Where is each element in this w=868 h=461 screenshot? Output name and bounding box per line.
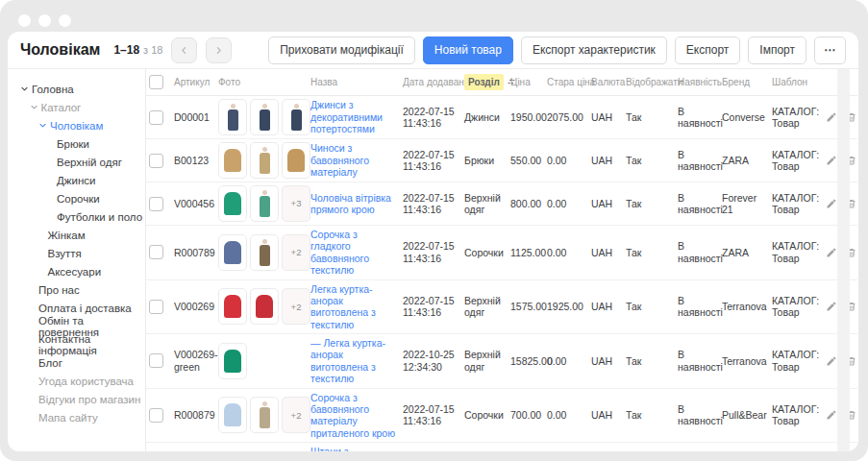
edit-button[interactable] [826, 355, 837, 367]
product-thumbnail[interactable] [218, 343, 247, 379]
sidebar-item-чоловікам[interactable]: Чоловікам [8, 116, 145, 134]
sidebar-item-каталог[interactable]: Каталог [8, 98, 145, 116]
more-photos-badge[interactable]: +2 [282, 397, 310, 433]
product-name-link[interactable]: Джинси з декоративними потертостями [310, 99, 383, 134]
select-cell [146, 443, 171, 452]
product-thumbnail[interactable] [218, 99, 247, 135]
product-thumbnail[interactable] [250, 185, 279, 222]
sidebar-item-верхній-одяг[interactable]: Верхній одяг [8, 153, 145, 171]
product-thumbnail[interactable] [218, 234, 247, 271]
sidebar-item-контактна-інформація[interactable]: Контактна інформація [8, 335, 145, 353]
row-checkbox[interactable] [149, 408, 163, 423]
row-checkbox[interactable] [149, 245, 163, 259]
sidebar-item-брюки[interactable]: Брюки [8, 134, 145, 153]
more-photos-badge[interactable]: +2 [282, 288, 310, 325]
garment-photo [224, 149, 241, 172]
sidebar-item-аксесуари[interactable]: Аксесуари [8, 262, 145, 280]
product-thumbnail[interactable] [250, 397, 279, 433]
row-checkbox[interactable] [149, 154, 163, 168]
template-cell: КАТАЛОГ: Товар [769, 388, 823, 443]
brand-cell: Terranova [719, 279, 769, 334]
product-thumbnail[interactable] [282, 99, 310, 135]
sidebar-item-label: Сорочки [57, 193, 100, 205]
prev-page-button[interactable] [171, 37, 197, 63]
column-header-section[interactable]: Роздiл [461, 69, 508, 96]
column-header-currency[interactable]: Валюта [588, 69, 623, 96]
export-button[interactable]: Експорт [675, 36, 740, 64]
product-thumbnail[interactable] [250, 142, 279, 179]
price-cell: 1575.00 [508, 279, 544, 334]
template-cell: КАТАЛОГ: Товар [769, 334, 823, 389]
column-header-brand[interactable]: Бренд [719, 69, 769, 96]
column-header-article[interactable]: Артикул [171, 69, 215, 96]
column-header-old_price[interactable]: Стара ціна [544, 69, 588, 96]
product-name-link[interactable]: Сорочка з бавовняного матеріалу притален… [310, 392, 395, 439]
column-header-name[interactable]: Назва [308, 69, 400, 96]
product-thumbnail[interactable] [218, 185, 247, 222]
window-close-button[interactable] [18, 14, 31, 27]
next-page-button[interactable] [206, 37, 232, 63]
import-button[interactable]: Імпорт [748, 36, 806, 64]
tree-caret[interactable] [38, 121, 47, 130]
column-header-template[interactable]: Шаблон [769, 69, 823, 96]
product-name-link[interactable]: Чоловіча вітрівка прямого крою [310, 192, 391, 215]
product-thumbnail[interactable] [250, 99, 279, 135]
product-thumbnail[interactable] [282, 142, 310, 179]
product-name-link[interactable]: Штани з бавовняного матеріалу прямого кр… [310, 446, 375, 451]
section-cell: Сорочки [461, 388, 508, 443]
sidebar-item-головна[interactable]: Головна [8, 80, 145, 98]
product-name-link[interactable]: Легка куртка-анорак виготовлена з тексти… [310, 283, 376, 330]
app-window: Чоловікам 1–18 з 18 Приховати модифікаці… [0, 0, 868, 461]
tree-caret[interactable] [30, 103, 38, 111]
tree-caret[interactable] [20, 85, 29, 93]
edit-button[interactable] [826, 111, 837, 123]
product-name-link[interactable]: Чиноси з бавовняного матеріалу [310, 142, 369, 178]
edit-button[interactable] [826, 247, 837, 258]
row-checkbox[interactable] [149, 197, 163, 211]
product-thumbnail[interactable] [218, 288, 247, 325]
stock-cell: В наявності [675, 96, 719, 139]
window-minimize-button[interactable] [38, 14, 51, 27]
column-header-stock[interactable]: Наявність [675, 69, 719, 96]
product-thumbnail[interactable] [218, 142, 247, 179]
edit-button[interactable] [826, 155, 837, 166]
column-header-select[interactable] [146, 69, 171, 96]
product-thumbnail[interactable] [250, 288, 279, 325]
row-checkbox[interactable] [149, 300, 163, 314]
sidebar-item-блог[interactable]: Блог [8, 353, 145, 372]
name-cell: Штани з бавовняного матеріалу прямого кр… [308, 443, 400, 452]
sidebar-item-відгуки-про-магазин[interactable]: Відгуки про магазин [8, 390, 145, 408]
sidebar-item-сорочки[interactable]: Сорочки [8, 189, 145, 207]
product-thumbnail[interactable] [250, 234, 279, 271]
sidebar-item-взуття[interactable]: Взуття [8, 244, 145, 262]
sidebar-item-мапа-сайту[interactable]: Мапа сайту [8, 408, 145, 426]
sidebar-item-футболки-и-поло[interactable]: Футболки и поло [8, 207, 145, 226]
sidebar-item-угода-користувача[interactable]: Угода користувача [8, 372, 145, 390]
column-header-photo[interactable]: Фото [215, 69, 308, 96]
table-row: V000269-green— Легка куртка-анорак вигот… [146, 334, 857, 389]
more-actions-button[interactable]: ⋯ [814, 36, 846, 64]
export-characteristics-button[interactable]: Експорт характеристик [521, 36, 667, 64]
select-all-checkbox[interactable] [149, 75, 163, 89]
edit-button[interactable] [826, 198, 837, 209]
product-name-link[interactable]: — Легка куртка-анорак виготовлена з текс… [310, 337, 385, 384]
column-header-display[interactable]: Відображати [623, 69, 675, 96]
column-header-date[interactable]: Дата додавання [400, 69, 461, 96]
edit-button[interactable] [826, 301, 837, 312]
hide-modifications-button[interactable]: Приховати модифікації [268, 36, 415, 64]
sidebar-item-жінкам[interactable]: Жінкам [8, 226, 145, 244]
column-label: Валюта [591, 77, 625, 87]
more-photos-badge[interactable]: +2 [282, 234, 310, 271]
row-checkbox[interactable] [149, 353, 163, 368]
row-checkbox[interactable] [149, 110, 163, 125]
sidebar-item-джинси[interactable]: Джинси [8, 171, 145, 189]
column-header-price[interactable]: Ціна [508, 69, 544, 96]
edit-button[interactable] [826, 409, 837, 421]
window-maximize-button[interactable] [59, 14, 71, 27]
product-name-link[interactable]: Сорочка з гладкого бавовняного текстилю [310, 229, 369, 276]
more-photos-badge[interactable]: +3 [282, 185, 310, 222]
sidebar-item-про-нас[interactable]: Про нас [8, 280, 145, 299]
new-product-button[interactable]: Новий товар [423, 36, 513, 64]
scrollbar-track[interactable] [837, 69, 850, 451]
product-thumbnail[interactable] [218, 397, 247, 433]
